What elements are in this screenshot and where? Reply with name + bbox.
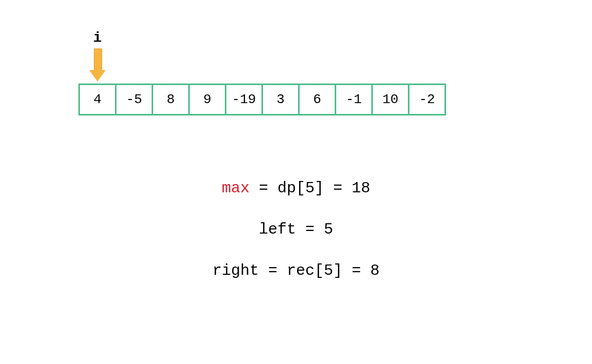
array-cell: 10 [371, 84, 409, 115]
array-cell: 9 [188, 84, 226, 115]
array-row: 4-589-1936-110-2 [78, 84, 446, 115]
array-cell: 3 [261, 84, 300, 115]
array-cell: -1 [335, 84, 373, 115]
array-cell: 6 [298, 84, 336, 115]
array-cell: 8 [152, 84, 190, 115]
formula-right: right = rec[5] = 8 [0, 263, 592, 278]
array-cell: -2 [408, 84, 446, 115]
arrow-shaft [94, 48, 102, 71]
formula-max-highlight: max [222, 179, 250, 197]
formula-max: max = dp[5] = 18 [0, 180, 592, 196]
diagram-canvas: i 4-589-1936-110-2 max = dp[5] = 18 left… [0, 0, 592, 364]
formula-left: left = 5 [0, 222, 592, 237]
array-cell: -5 [115, 84, 153, 115]
arrow-head [89, 70, 106, 81]
pointer-arrow [89, 48, 106, 81]
formula-max-rest: = dp[5] = 18 [250, 179, 370, 197]
array-cell: -19 [225, 84, 263, 115]
pointer-label-i: i [91, 30, 104, 46]
array-cell: 4 [78, 84, 117, 115]
